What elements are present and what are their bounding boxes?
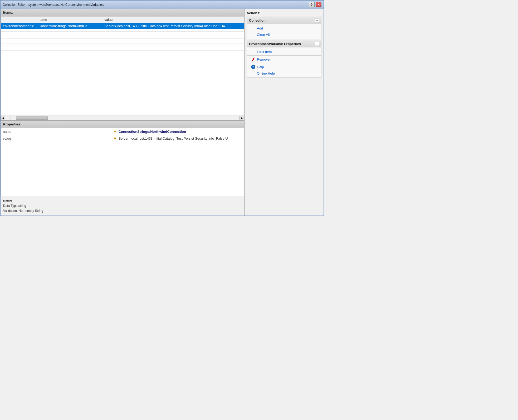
add-action[interactable]: Add <box>247 25 321 31</box>
prop-value: ✱ ConnectionStrings:NorthwindConnection <box>111 128 244 135</box>
items-table: name value environmentVariable Connectio… <box>1 17 244 51</box>
table-row[interactable] <box>1 39 244 41</box>
required-star: ✱ <box>114 130 116 134</box>
cell-type <box>1 39 36 41</box>
help-action[interactable]: ? Help <box>247 64 321 70</box>
collection-group-title: Collection <box>249 18 266 22</box>
scroll-left-btn[interactable]: ◀ <box>1 116 5 120</box>
hscrollbar-thumb[interactable] <box>16 116 48 120</box>
cell-type <box>1 48 36 51</box>
env-var-group-title: EnvironmentVariable Properties <box>249 42 301 46</box>
cell-value: Server=localhost,1433;Initial Catalog=Te… <box>102 23 244 29</box>
cell-type <box>1 32 36 34</box>
prop-value-text: Server=localhost,1433;Initial Catalog=Te… <box>119 136 228 140</box>
online-help-icon <box>251 71 255 75</box>
list-item[interactable]: value ✱ Server=localhost,1433;Initial Ca… <box>1 135 244 142</box>
title-bar: Collection Editor - system.webServer/asp… <box>1 1 324 9</box>
prop-value-text: ConnectionStrings:NorthwindConnection <box>119 130 186 134</box>
cell-value <box>102 36 244 39</box>
cell-value <box>102 46 244 48</box>
footer-detail: Data Type:string Validation: Non-empty S… <box>3 203 242 213</box>
cell-name <box>36 32 102 34</box>
prop-label: value <box>1 135 111 142</box>
items-table-container[interactable]: name value environmentVariable Connectio… <box>1 16 244 115</box>
cell-type: environmentVariable <box>1 23 36 29</box>
add-icon <box>251 26 255 30</box>
scrollbar-row: ◀ ▶ <box>1 115 244 120</box>
footer-info: name Data Type:string Validation: Non-em… <box>1 196 244 216</box>
properties-section: Properties: name ✱ ConnectionStrings:Nor… <box>1 121 244 216</box>
collection-collapse-btn[interactable]: − <box>315 18 319 22</box>
help-icon: ? <box>251 65 255 69</box>
remove-label: Remove <box>257 57 270 61</box>
cell-name <box>36 34 102 36</box>
cell-value <box>102 48 244 51</box>
cell-value <box>102 32 244 34</box>
action-divider-2 <box>247 63 321 63</box>
add-label: Add <box>257 26 263 30</box>
table-row[interactable] <box>1 41 244 43</box>
cell-name: ConnectionStrings:NorthwindCo... <box>36 23 102 29</box>
action-divider-1 <box>247 55 321 56</box>
lock-item-action[interactable]: Lock Item <box>247 48 321 55</box>
close-button[interactable]: ✕ <box>316 2 321 7</box>
collection-group-body: Add Clear All <box>247 24 321 39</box>
table-row[interactable] <box>1 34 244 36</box>
cell-name <box>36 48 102 51</box>
env-var-group: EnvironmentVariable Properties − Lock It… <box>247 40 321 78</box>
right-panel: Actions: Collection − Add Clear All <box>245 9 324 216</box>
cell-value <box>102 39 244 41</box>
cell-name <box>36 29 102 32</box>
properties-header: Properties: <box>1 121 244 128</box>
hscrollbar[interactable] <box>11 116 234 120</box>
table-row[interactable] <box>1 29 244 32</box>
table-row[interactable] <box>1 36 244 39</box>
table-row[interactable]: environmentVariable ConnectionStrings:No… <box>1 23 244 29</box>
actions-label: Actions: <box>247 11 321 15</box>
col-header-name: name <box>36 17 102 23</box>
help-button[interactable]: ? <box>309 2 315 7</box>
online-help-action[interactable]: Online Help <box>247 70 321 76</box>
cell-type <box>1 34 36 36</box>
remove-icon: ✗ <box>251 57 255 61</box>
help-label: Help <box>257 65 264 69</box>
properties-table: name ✱ ConnectionStrings:NorthwindConnec… <box>1 128 244 142</box>
left-panel: Items: name value environmentVariable <box>1 9 245 216</box>
remove-action[interactable]: ✗ Remove <box>247 56 321 62</box>
cell-type <box>1 43 36 46</box>
env-var-group-body: Lock Item ✗ Remove ? Help <box>247 47 321 77</box>
online-help-label: Online Help <box>257 71 275 75</box>
table-row[interactable] <box>1 32 244 34</box>
footer-detail-line1: Data Type:string <box>3 204 26 208</box>
cell-type <box>1 36 36 39</box>
clear-all-action[interactable]: Clear All <box>247 31 321 38</box>
lock-icon <box>251 50 255 54</box>
table-row[interactable] <box>1 48 244 51</box>
table-row[interactable] <box>1 46 244 48</box>
table-row[interactable] <box>1 43 244 46</box>
clear-all-icon <box>251 32 255 37</box>
cell-value <box>102 34 244 36</box>
cell-value <box>102 41 244 43</box>
cell-type <box>1 29 36 32</box>
col-header-type <box>1 17 36 23</box>
scroll-right-btn[interactable]: ▶ <box>240 116 244 120</box>
cell-value <box>102 29 244 32</box>
prop-label: name <box>1 128 111 135</box>
cell-name <box>36 43 102 46</box>
prop-value: ✱ Server=localhost,1433;Initial Catalog=… <box>111 135 244 142</box>
collection-group: Collection − Add Clear All <box>247 17 321 39</box>
list-item[interactable]: name ✱ ConnectionStrings:NorthwindConnec… <box>1 128 244 135</box>
clear-all-label: Clear All <box>257 33 270 37</box>
cell-type <box>1 41 36 43</box>
env-var-collapse-btn[interactable]: − <box>315 42 319 46</box>
required-star: ✱ <box>114 136 116 140</box>
col-header-value: value <box>102 17 244 23</box>
cell-name <box>36 41 102 43</box>
main-window: Collection Editor - system.webServer/asp… <box>0 0 324 216</box>
collection-group-header[interactable]: Collection − <box>247 17 321 24</box>
env-var-group-header[interactable]: EnvironmentVariable Properties − <box>247 40 321 47</box>
main-content: Items: name value environmentVariable <box>1 9 324 216</box>
properties-table-container[interactable]: name ✱ ConnectionStrings:NorthwindConnec… <box>1 128 244 196</box>
cell-name <box>36 46 102 48</box>
